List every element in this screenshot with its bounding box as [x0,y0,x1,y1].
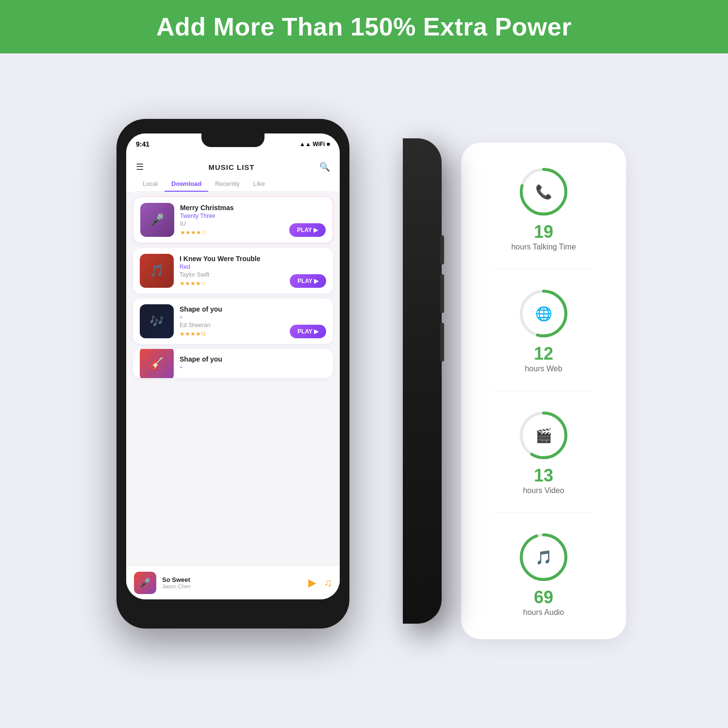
song-album-3: ÷ [180,314,326,321]
circle-web: 🌐 [517,287,570,340]
now-playing-info: So Sweet Jason Chen [162,576,302,589]
song-card-1[interactable]: 🎤 Merry Christmas Twenty Three IU ★★★★☆ … [133,197,333,243]
phone-screen: 9:41 ▲▲ WiFi ■ ☰ MUSIC LIST 🔍 Local Down… [126,133,340,599]
tab-like[interactable]: Like [247,176,272,191]
now-playing-bar: 🎤 So Sweet Jason Chen ▶ ♫ [126,565,340,599]
stat-label-web: hours Web [525,364,562,373]
stat-label-audio: hours Audio [523,608,564,617]
volume-up-button[interactable] [440,235,444,265]
stat-number-video: 13 [534,467,553,484]
circle-audio: 🎵 [517,530,570,584]
video-icon: 🎬 [535,427,552,443]
stat-audio: 🎵 69 hours Audio [480,523,607,625]
phone-section: 9:41 ▲▲ WiFi ■ ☰ MUSIC LIST 🔍 Local Down… [102,99,442,682]
app-title-row: ☰ MUSIC LIST 🔍 [136,160,330,176]
volume-down-button[interactable] [440,274,444,313]
app-content: ☰ MUSIC LIST 🔍 Local Download Recently L… [126,155,340,599]
tabs-bar: Local Download Recently Like [136,176,330,192]
stat-number-talking: 19 [534,223,553,241]
play-button-3[interactable]: PLAY ▶ [290,325,326,338]
search-icon[interactable]: 🔍 [319,162,330,172]
song-album-2: Red [180,264,326,270]
stat-label-talking: hours Talking Time [511,243,576,251]
audio-icon: 🎵 [535,549,552,565]
circle-talking: 📞 [517,165,570,218]
volume-down2-button[interactable] [440,323,444,362]
stat-talking-time: 📞 19 hours Talking Time [480,157,607,259]
tab-download[interactable]: Download [165,176,208,191]
song-album-4: ÷ [180,364,326,371]
song-title-3: Shape of you [180,305,326,313]
stat-number-audio: 69 [534,589,553,606]
stat-divider-3 [493,513,594,513]
menu-icon[interactable]: ☰ [136,162,144,172]
web-icon: 🌐 [535,305,552,321]
stat-web: 🌐 12 hours Web [480,279,607,381]
song-card-2[interactable]: 🎵 I Knew You Were Trouble Red Taylor Swi… [133,248,333,294]
app-title: MUSIC LIST [209,163,255,171]
now-playing-artist: Jason Chen [162,583,302,589]
now-playing-title: So Sweet [162,576,302,583]
album-art-img-1: 🎤 [140,203,174,237]
tab-recently[interactable]: Recently [208,176,247,191]
app-header: ☰ MUSIC LIST 🔍 Local Download Recently L… [126,155,340,192]
main-content: 9:41 ▲▲ WiFi ■ ☰ MUSIC LIST 🔍 Local Down… [0,53,728,728]
queue-icon[interactable]: ♫ [324,577,332,589]
play-button-2[interactable]: PLAY ▶ [290,274,326,288]
circle-video: 🎬 [517,409,570,462]
phone-icon: 📞 [535,183,552,199]
status-time: 9:41 [136,140,149,148]
songs-list: 🎤 Merry Christmas Twenty Three IU ★★★★☆ … [126,192,340,383]
song-title-1: Merry Christmas [180,204,326,212]
song-title-4: Shape of you [180,355,326,363]
play-button-1[interactable]: PLAY ▶ [289,223,326,237]
play-control-icon[interactable]: ▶ [308,577,316,589]
song-card-3[interactable]: 🎶 Shape of you ÷ Ed Sheeran ★★★★½ PLAY ▶ [133,298,333,344]
status-icons: ▲▲ WiFi ■ [299,141,330,148]
song-card-4[interactable]: 🎸 Shape of you ÷ [133,349,333,378]
phone-notch [201,133,265,147]
album-art-3: 🎶 [140,304,174,338]
stat-divider-2 [493,391,594,391]
header: Add More Than 150% Extra Power [0,0,728,53]
stat-divider-1 [493,269,594,269]
stat-label-video: hours Video [523,486,564,495]
tab-local[interactable]: Local [136,176,165,191]
stat-number-web: 12 [534,345,553,363]
album-art-1: 🎤 [140,203,174,237]
album-art-img-3: 🎶 [140,304,174,338]
now-playing-art: 🎤 [134,572,156,594]
album-art-4: 🎸 [140,349,174,378]
album-art-img-4: 🎸 [140,349,174,378]
song-album-1: Twenty Three [180,213,326,219]
phone-side [403,138,442,624]
phone-front: 9:41 ▲▲ WiFi ■ ☰ MUSIC LIST 🔍 Local Down… [116,119,349,629]
stat-video: 🎬 13 hours Video [480,401,607,503]
header-title: Add More Than 150% Extra Power [156,12,572,41]
album-art-img-2: 🎵 [140,254,174,288]
now-playing-controls: ▶ ♫ [308,577,332,589]
album-art-2: 🎵 [140,254,174,288]
song-info-4: Shape of you ÷ [180,355,326,372]
stats-panel: 📞 19 hours Talking Time 🌐 12 hours Web [461,143,626,639]
song-title-2: I Knew You Were Trouble [180,255,326,263]
